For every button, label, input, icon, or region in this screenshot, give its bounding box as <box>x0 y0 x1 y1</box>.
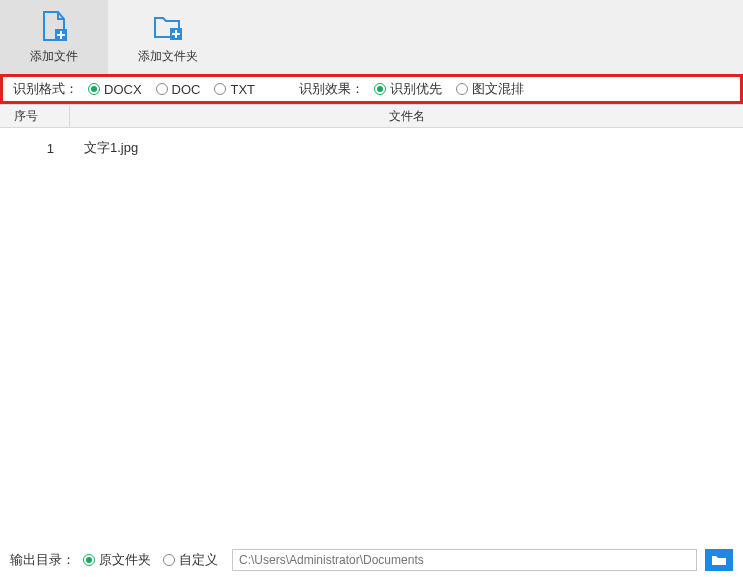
radio-label: 图文混排 <box>472 80 524 98</box>
output-path-input[interactable] <box>232 549 697 571</box>
radio-icon <box>374 83 386 95</box>
output-label: 输出目录： <box>10 551 75 569</box>
radio-icon <box>214 83 226 95</box>
radio-icon <box>83 554 95 566</box>
radio-icon <box>88 83 100 95</box>
format-radio-doc[interactable]: DOC <box>152 82 205 97</box>
radio-icon <box>456 83 468 95</box>
format-radio-txt[interactable]: TXT <box>210 82 259 97</box>
effect-label: 识别效果： <box>299 80 364 98</box>
radio-label: 自定义 <box>179 551 218 569</box>
column-header-seq[interactable]: 序号 <box>0 105 70 127</box>
add-folder-label: 添加文件夹 <box>138 48 198 65</box>
table-header: 序号 文件名 <box>0 104 743 128</box>
table-row[interactable]: 1 文字1.jpg <box>0 128 743 168</box>
output-bar: 输出目录： 原文件夹 自定义 <box>0 543 743 577</box>
format-group: 识别格式： DOCX DOC TXT <box>13 80 259 98</box>
output-radio-custom[interactable]: 自定义 <box>159 551 222 569</box>
folder-add-icon <box>152 10 184 42</box>
toolbar: 添加文件 添加文件夹 <box>0 0 743 74</box>
folder-icon <box>711 553 727 567</box>
column-header-name[interactable]: 文件名 <box>70 105 743 127</box>
row-filename: 文字1.jpg <box>70 139 743 157</box>
effect-group: 识别效果： 识别优先 图文混排 <box>299 80 528 98</box>
radio-label: TXT <box>230 82 255 97</box>
radio-icon <box>156 83 168 95</box>
add-file-label: 添加文件 <box>30 48 78 65</box>
radio-label: 原文件夹 <box>99 551 151 569</box>
add-file-button[interactable]: 添加文件 <box>0 0 108 74</box>
format-radio-docx[interactable]: DOCX <box>84 82 146 97</box>
row-seq: 1 <box>0 141 70 156</box>
file-list: 1 文字1.jpg <box>0 128 743 168</box>
radio-label: DOC <box>172 82 201 97</box>
effect-radio-priority[interactable]: 识别优先 <box>370 80 446 98</box>
radio-label: DOCX <box>104 82 142 97</box>
add-folder-button[interactable]: 添加文件夹 <box>108 0 228 74</box>
browse-folder-button[interactable] <box>705 549 733 571</box>
format-label: 识别格式： <box>13 80 78 98</box>
radio-label: 识别优先 <box>390 80 442 98</box>
radio-icon <box>163 554 175 566</box>
output-radio-original[interactable]: 原文件夹 <box>79 551 155 569</box>
options-bar: 识别格式： DOCX DOC TXT 识别效果： 识别优先 图文混排 <box>0 74 743 104</box>
effect-radio-mixed[interactable]: 图文混排 <box>452 80 528 98</box>
file-add-icon <box>38 10 70 42</box>
